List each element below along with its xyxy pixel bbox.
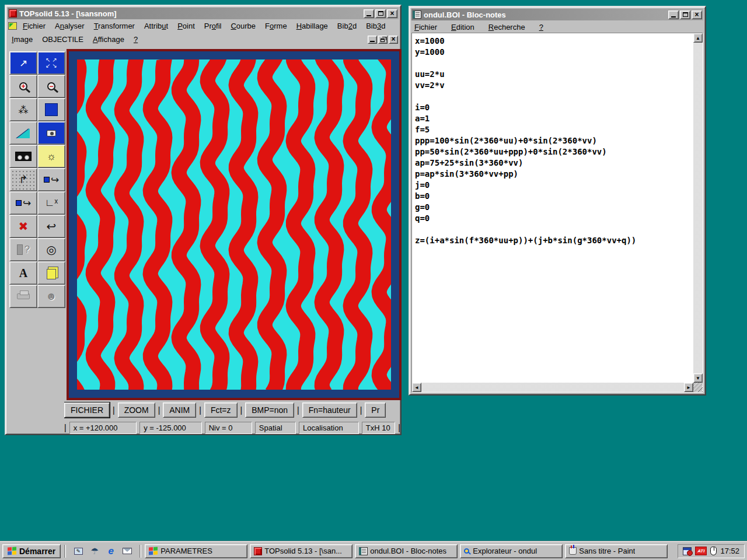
menu-image[interactable]: Image: [7, 33, 37, 46]
fichier-command-button[interactable]: FICHIER: [64, 402, 110, 418]
cassette-icon: [15, 152, 32, 161]
wave-pattern-canvas[interactable]: [77, 60, 391, 390]
status-text-height[interactable]: TxH 10: [362, 422, 396, 434]
notepad-menu-fichier[interactable]: Fichier: [412, 21, 444, 33]
notepad-close-button[interactable]: ×: [692, 10, 702, 19]
arrow-up-icon: ▲: [696, 36, 700, 41]
menu-point[interactable]: Point: [173, 20, 200, 32]
zoom-window-icon: ↗: [19, 57, 27, 69]
axes-button[interactable]: ∟ˣ: [37, 191, 65, 215]
door-question-icon: ?: [25, 244, 30, 256]
menu-bib3d[interactable]: Bib3d: [361, 20, 390, 32]
explorer-icon: [464, 548, 469, 554]
pr-command-button[interactable]: Pr: [365, 402, 386, 418]
notepad-titlebar[interactable]: ondul.BOI - Bloc-notes ×: [411, 9, 703, 20]
task-topsolid[interactable]: TOPsolid 5.13 - [\san...: [250, 544, 352, 558]
task-parametres[interactable]: PARAMETRES: [145, 544, 247, 558]
printer-icon: [17, 293, 30, 299]
anim-command-button[interactable]: ANIM: [163, 402, 196, 418]
delete-button[interactable]: ✖: [9, 215, 37, 238]
notepad-menu-edition[interactable]: Edition: [444, 21, 481, 33]
channels-icon[interactable]: ☂: [88, 545, 101, 558]
scroll-down-button[interactable]: ▼: [693, 373, 703, 383]
show-desktop-icon[interactable]: ✎: [72, 545, 85, 558]
move-paste-button[interactable]: ↪: [9, 191, 37, 215]
scroll-up-button[interactable]: ▲: [693, 33, 703, 43]
menu-transformer[interactable]: Transformer: [89, 20, 139, 32]
move-grid-button[interactable]: ↱: [9, 168, 37, 191]
status-spatial[interactable]: Spatial: [255, 422, 296, 434]
outlook-express-icon[interactable]: [121, 545, 134, 558]
scheduler-tray-icon[interactable]: [683, 547, 692, 555]
windows-logo-icon: [149, 547, 158, 555]
fn-command-button[interactable]: Fn=hauteur: [302, 402, 357, 418]
menu-fichier[interactable]: Fichier: [18, 20, 50, 32]
child-restore-button[interactable]: [378, 36, 388, 44]
zoom-fit-button[interactable]: ↖↗↙↘: [37, 51, 65, 75]
shading-button[interactable]: [9, 121, 37, 145]
fct-command-button[interactable]: Fct=z: [204, 402, 238, 418]
start-button[interactable]: Démarrer: [2, 544, 61, 558]
copy-pages-button[interactable]: [37, 261, 65, 285]
notepad-menu-help[interactable]: ?: [532, 21, 550, 33]
task-paint[interactable]: Sans titre - Paint: [565, 544, 668, 558]
notepad-window: ondul.BOI - Bloc-notes × Fichier Edition…: [409, 6, 706, 396]
resize-grip[interactable]: [693, 383, 703, 392]
child-window-icon[interactable]: [8, 22, 17, 30]
light-button[interactable]: ☼: [37, 145, 65, 168]
undo-button[interactable]: ↩: [37, 215, 65, 238]
status-y-coordinate: y = -125.000: [139, 422, 201, 434]
task-explorer[interactable]: Explorateur - ondul: [460, 544, 563, 558]
horizontal-scrollbar[interactable]: ◄ ►: [412, 383, 693, 392]
topsolid-app-icon: [254, 547, 262, 555]
menu-attribut[interactable]: Attribut: [139, 20, 173, 32]
exit-door-button[interactable]: ?: [9, 238, 37, 261]
zoom-out-button[interactable]: −: [37, 75, 65, 98]
text-button[interactable]: A: [9, 261, 37, 285]
command-separator: |: [297, 405, 299, 415]
menu-forme[interactable]: Forme: [260, 20, 292, 32]
maximize-button[interactable]: [375, 9, 386, 18]
menu-courbe[interactable]: Courbe: [226, 20, 260, 32]
fill-view-button[interactable]: [37, 98, 65, 121]
topsolid-titlebar[interactable]: TOPsolid 5.13 - [\sansnom] ×: [8, 8, 399, 19]
arrow-right-icon: ►: [686, 385, 691, 390]
menu-habillage[interactable]: Habillage: [292, 20, 333, 32]
target-button[interactable]: ◎: [37, 238, 65, 261]
internet-explorer-icon[interactable]: e: [104, 545, 117, 558]
child-minimize-button[interactable]: [368, 36, 377, 44]
shading-icon: [17, 128, 30, 138]
zoom-in-button[interactable]: +: [9, 75, 37, 98]
ati-tray-icon[interactable]: ATI: [695, 547, 707, 555]
animation-button[interactable]: [9, 145, 37, 168]
menu-objectile[interactable]: OBJECTILE: [37, 33, 88, 46]
snapshot-button[interactable]: [37, 121, 65, 145]
notepad-text-area[interactable]: x=1000 y=1000 uu=2*u vv=2*v i=0 a=1 f=5 …: [413, 34, 693, 382]
mouse-tray-icon[interactable]: [710, 547, 717, 555]
notepad-minimize-button[interactable]: [668, 10, 679, 19]
close-button[interactable]: ×: [387, 9, 397, 18]
status-localisation[interactable]: Localisation: [299, 422, 359, 434]
menu-affichage[interactable]: Affichage: [88, 33, 129, 46]
print-button[interactable]: [9, 285, 37, 308]
taskbar-clock[interactable]: 17:52: [720, 547, 739, 555]
task-notepad[interactable]: ondul.BOI - Bloc-notes: [355, 544, 458, 558]
menu-profil[interactable]: Profil: [200, 20, 226, 32]
zoom-window-button[interactable]: ↗: [9, 51, 37, 75]
zoom-command-button[interactable]: ZOOM: [118, 402, 155, 418]
scroll-left-button[interactable]: ◄: [412, 383, 421, 392]
person-button[interactable]: ☻: [37, 285, 65, 308]
notepad-maximize-button[interactable]: [680, 10, 690, 19]
menu-help[interactable]: ?: [129, 33, 142, 46]
notepad-menu-recherche[interactable]: Recherche: [481, 21, 532, 33]
child-close-button[interactable]: ×: [389, 36, 398, 44]
move-paste-icon: ↪: [23, 197, 31, 209]
minimize-button[interactable]: [364, 9, 374, 18]
menu-bib2d[interactable]: Bib2d: [333, 20, 361, 32]
bmp-command-button[interactable]: BMP=non: [245, 402, 294, 418]
vertical-scrollbar[interactable]: ▲ ▼: [693, 33, 703, 383]
multi-view-button[interactable]: ⁂: [9, 98, 37, 121]
menu-analyser[interactable]: Analyser: [50, 20, 89, 32]
move-copy-button[interactable]: ↪: [37, 168, 65, 191]
scroll-right-button[interactable]: ►: [684, 383, 693, 392]
